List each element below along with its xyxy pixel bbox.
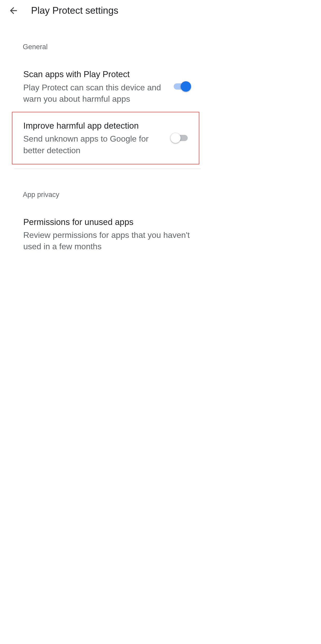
setting-scan-apps[interactable]: Scan apps with Play Protect Play Protect… bbox=[23, 61, 201, 112]
setting-improve-description: Send unknown apps to Google for better d… bbox=[23, 133, 164, 156]
setting-scan-description: Play Protect can scan this device and wa… bbox=[23, 82, 164, 105]
toggle-thumb bbox=[170, 133, 181, 143]
toggle-scan-apps[interactable] bbox=[172, 81, 190, 92]
section-header-privacy: App privacy bbox=[23, 169, 201, 209]
toggle-thumb bbox=[181, 81, 191, 92]
setting-improve-text: Improve harmful app detection Send unkno… bbox=[23, 120, 171, 156]
page-title: Play Protect settings bbox=[31, 5, 118, 16]
setting-permissions-unused[interactable]: Permissions for unused apps Review permi… bbox=[23, 209, 201, 260]
setting-scan-title: Scan apps with Play Protect bbox=[23, 69, 164, 80]
setting-scan-text: Scan apps with Play Protect Play Protect… bbox=[23, 69, 172, 105]
back-arrow-icon[interactable] bbox=[8, 5, 19, 16]
setting-improve-detection[interactable]: Improve harmful app detection Send unkno… bbox=[12, 112, 199, 164]
section-header-general: General bbox=[23, 21, 201, 61]
setting-permissions-description: Review permissions for apps that you hav… bbox=[23, 229, 190, 252]
toggle-improve-detection[interactable] bbox=[171, 132, 189, 144]
app-header: Play Protect settings bbox=[0, 0, 201, 21]
setting-permissions-title: Permissions for unused apps bbox=[23, 216, 190, 228]
setting-improve-title: Improve harmful app detection bbox=[23, 120, 164, 132]
